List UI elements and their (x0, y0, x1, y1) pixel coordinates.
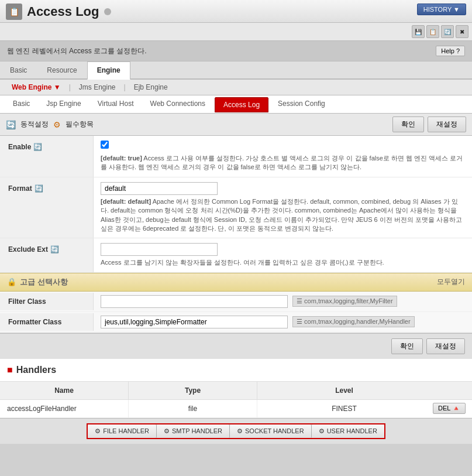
help-button[interactable]: Help ? (436, 46, 465, 56)
navtab-web-connections[interactable]: Web Connections (142, 95, 214, 113)
nav-tab-bar: Basic Jsp Engine Virtual Host Web Connec… (0, 95, 472, 114)
filter-class-link[interactable]: ☰ com,tmax,logging,filter,MyFilter (292, 296, 397, 307)
toolbar-save-icon[interactable]: 💾 (412, 25, 425, 38)
exclude-ext-label: Exclude Ext 🔄 (0, 238, 94, 272)
action-bar-right: 확인 재설정 (392, 117, 466, 132)
action-bar-left: 🔄 동적설정 ⚙ 필수항목 (6, 119, 94, 129)
toolbar: 💾 📋 🔄 ✖ (0, 23, 472, 41)
confirm-button-bottom[interactable]: 확인 (391, 338, 423, 354)
cell-name: accessLogFileHandler (0, 400, 129, 417)
required-label: 필수항목 (66, 119, 94, 129)
tab-basic[interactable]: Basic (0, 61, 37, 78)
exclude-ext-input[interactable] (101, 243, 218, 256)
toolbar-close-icon[interactable]: ✖ (456, 25, 468, 38)
enable-value: [default: true] Access 로그 사용 여부를 설정한다. 가… (94, 136, 472, 177)
action-bar: 🔄 동적설정 ⚙ 필수항목 확인 재설정 (0, 114, 472, 136)
cell-type: file (129, 400, 257, 417)
info-bar: 웹 엔진 레벨에서의 Access 로그를 설정한다. Help ? (0, 41, 472, 61)
lock-icon: 🔒 (7, 278, 16, 286)
format-desc: [default: default] Apache 에서 정의한 Common … (101, 197, 465, 234)
col-header-name: Name (0, 382, 129, 399)
smtp-handler-icon: ⚙ (164, 427, 170, 435)
format-label: Format 🔄 (0, 177, 94, 238)
enable-label: Enable 🔄 (0, 136, 94, 177)
filter-class-label: Filter Class (0, 293, 94, 310)
bottom-action-bar: 확인 재설정 (0, 333, 472, 359)
history-button[interactable]: HISTORY ▼ (417, 4, 466, 15)
form-row-enable: Enable 🔄 [default: true] Access 로그 사용 여부… (0, 136, 472, 177)
format-value: [default: default] Apache 에서 정의한 Common … (94, 177, 472, 238)
form-row-format: Format 🔄 [default: default] Apache 에서 정의… (0, 177, 472, 239)
formatter-class-value: ☰ com,tmax,logging,handler,MyHandler (94, 312, 472, 332)
tab-engine[interactable]: Engine (87, 61, 130, 80)
del-button[interactable]: DEL 🔺 (433, 403, 466, 414)
advanced-content: Filter Class ☰ com,tmax,logging,filter,M… (0, 292, 472, 333)
advanced-header[interactable]: 🔒 고급 선택사항 모두열기 (0, 273, 472, 292)
form-row-exclude-ext: Exclude Ext 🔄 Access 로그를 남기지 않는 확장자들을 설정… (0, 238, 472, 272)
formatter-class-label: Formatter Class (0, 313, 94, 331)
col-header-action (431, 382, 472, 399)
socket-handler-icon: ⚙ (237, 427, 243, 435)
user-handler-icon: ⚙ (319, 427, 325, 435)
handler-btn-group: ⚙ FILE HANDLER ⚙ SMTP HANDLER ⚙ SOCKET H… (87, 423, 385, 439)
engine-tab-bar: Web Engine ▼ | Jms Engine | Ejb Engine (0, 80, 472, 95)
cell-level: FINEST (257, 400, 431, 417)
exclude-ext-desc: Access 로그를 남기지 않는 확장자들을 설정한다. 여러 개를 입력하고… (101, 258, 465, 267)
filter-class-value: ☰ com,tmax,logging,filter,MyFilter (94, 292, 472, 311)
user-handler-button[interactable]: ⚙ USER HANDLER (312, 424, 384, 438)
navtab-jsp-engine[interactable]: Jsp Engine (38, 95, 89, 113)
subtab-web-engine[interactable]: Web Engine ▼ (5, 81, 68, 94)
table-row: accessLogFileHandler file FINEST DEL 🔺 (0, 400, 472, 418)
header: 📋 Access Log HISTORY ▼ (0, 0, 472, 23)
reset-button-top[interactable]: 재설정 (428, 117, 466, 132)
tab-resource[interactable]: Resource (37, 61, 87, 78)
navtab-access-log[interactable]: Access Log (215, 97, 268, 112)
formatter-class-link[interactable]: ☰ com,tmax,logging,handler,MyHandler (292, 316, 415, 327)
formatter-class-input[interactable] (101, 316, 288, 328)
navtab-session-config[interactable]: Session Config (270, 95, 333, 113)
col-header-level: Level (257, 382, 431, 399)
dynamic-setting-icon: 🔄 (6, 120, 16, 129)
toolbar-copy-icon[interactable]: 📋 (426, 25, 439, 38)
main-tab-bar: Basic Resource Engine (0, 61, 472, 80)
advanced-title: 🔒 고급 선택사항 (7, 277, 68, 287)
subtab-ejb-engine[interactable]: Ejb Engine (127, 81, 175, 94)
advanced-toggle[interactable]: 모두열기 (437, 277, 465, 287)
col-header-type: Type (129, 382, 257, 399)
file-handler-button[interactable]: ⚙ FILE HANDLER (88, 424, 157, 438)
format-input[interactable] (101, 182, 218, 195)
exclude-ext-value: Access 로그를 남기지 않는 확장자들을 설정한다. 여러 개를 입력하고… (94, 238, 472, 272)
handlers-section: ■ Handlers Name Type Level accessLogFile… (0, 359, 472, 418)
reset-button-bottom[interactable]: 재설정 (426, 338, 465, 354)
format-refresh-icon: 🔄 (35, 184, 43, 193)
smtp-handler-button[interactable]: ⚙ SMTP HANDLER (157, 424, 230, 438)
form-content: Enable 🔄 [default: true] Access 로그 사용 여부… (0, 136, 472, 333)
navtab-virtual-host[interactable]: Virtual Host (89, 95, 142, 113)
subtab-jms-engine[interactable]: Jms Engine (72, 81, 123, 94)
enable-refresh-icon: 🔄 (33, 143, 42, 151)
socket-handler-button[interactable]: ⚙ SOCKET HANDLER (230, 424, 312, 438)
enable-checkbox[interactable] (101, 141, 109, 149)
info-text: 웹 엔진 레벨에서의 Access 로그를 설정한다. (7, 46, 147, 56)
handlers-title: Handlers (16, 365, 56, 375)
advanced-row-filter: Filter Class ☰ com,tmax,logging,filter,M… (0, 292, 472, 312)
toolbar-refresh-icon[interactable]: 🔄 (441, 25, 454, 38)
handler-buttons-bar: ⚙ FILE HANDLER ⚙ SMTP HANDLER ⚙ SOCKET H… (0, 418, 472, 444)
dynamic-setting-label: 동적설정 (20, 119, 49, 129)
navtab-basic[interactable]: Basic (5, 95, 38, 113)
status-dot (104, 8, 111, 15)
table-header: Name Type Level (0, 381, 472, 400)
handlers-header: ■ Handlers (0, 359, 472, 381)
filter-class-input[interactable] (101, 295, 288, 308)
exclude-ext-refresh-icon: 🔄 (50, 245, 59, 254)
page-title: 📋 Access Log (6, 4, 111, 20)
advanced-row-formatter: Formatter Class ☰ com,tmax,logging,handl… (0, 312, 472, 333)
cell-action: DEL 🔺 (431, 403, 472, 414)
handlers-icon: ■ (7, 365, 13, 375)
file-handler-icon: ⚙ (95, 427, 101, 435)
enable-desc: [default: true] Access 로그 사용 여부를 설정한다. 가… (101, 154, 465, 172)
form-section: Enable 🔄 [default: true] Access 로그 사용 여부… (0, 136, 472, 273)
required-icon: ⚙ (53, 120, 61, 129)
confirm-button-top[interactable]: 확인 (392, 117, 424, 132)
page-icon: 📋 (6, 4, 22, 20)
